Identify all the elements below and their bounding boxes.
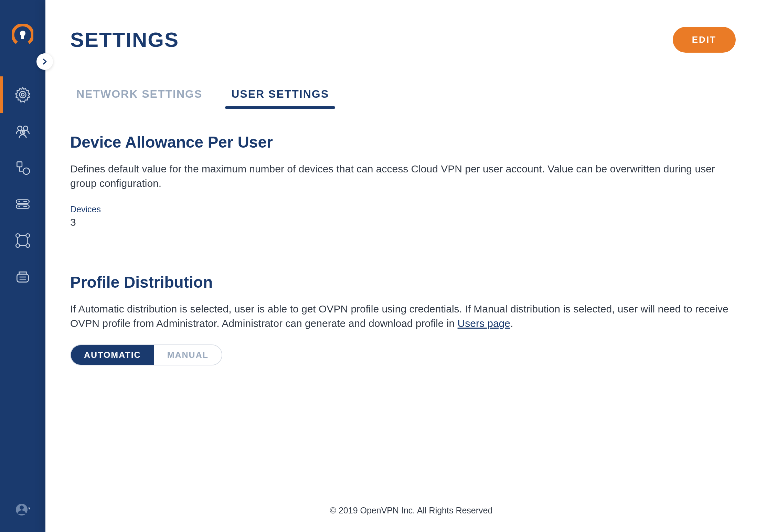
svg-rect-2 bbox=[21, 34, 24, 39]
section-profile-distribution: Profile Distribution If Automatic distri… bbox=[70, 273, 736, 365]
sidebar-item-topology[interactable] bbox=[0, 222, 45, 259]
sidebar-item-hosts[interactable] bbox=[0, 186, 45, 222]
edit-button[interactable]: EDIT bbox=[673, 27, 736, 53]
sidebar bbox=[0, 0, 45, 532]
tab-network-settings[interactable]: NETWORK SETTINGS bbox=[70, 84, 209, 109]
profile-distribution-desc-tail: . bbox=[510, 318, 513, 329]
section-device-allowance: Device Allowance Per User Defines defaul… bbox=[70, 133, 736, 228]
footer-copyright: © 2019 OpenVPN Inc. All Rights Reserved bbox=[45, 496, 777, 532]
app-logo bbox=[12, 24, 33, 45]
sidebar-item-networks[interactable] bbox=[0, 149, 45, 186]
devices-field-label: Devices bbox=[70, 204, 736, 214]
svg-point-16 bbox=[16, 244, 19, 247]
svg-point-7 bbox=[23, 168, 30, 174]
svg-rect-18 bbox=[17, 274, 28, 282]
svg-point-17 bbox=[26, 244, 29, 247]
users-page-link[interactable]: Users page bbox=[458, 318, 510, 329]
svg-point-14 bbox=[16, 234, 19, 237]
sidebar-item-logs[interactable] bbox=[0, 259, 45, 295]
tab-user-settings[interactable]: USER SETTINGS bbox=[225, 84, 335, 109]
user-avatar-icon bbox=[15, 502, 30, 517]
distribution-automatic-option[interactable]: AUTOMATIC bbox=[71, 345, 154, 365]
svg-rect-8 bbox=[16, 200, 29, 203]
distribution-manual-option[interactable]: MANUAL bbox=[154, 345, 222, 365]
svg-rect-6 bbox=[17, 162, 22, 167]
svg-point-22 bbox=[20, 506, 24, 510]
svg-rect-9 bbox=[16, 205, 29, 208]
devices-field-value: 3 bbox=[70, 216, 736, 228]
profile-distribution-description: If Automatic distribution is selected, u… bbox=[70, 302, 731, 331]
logs-icon bbox=[14, 268, 31, 286]
svg-point-10 bbox=[19, 201, 20, 202]
page-title: SETTINGS bbox=[70, 28, 179, 52]
profile-distribution-title: Profile Distribution bbox=[70, 273, 736, 291]
sidebar-nav bbox=[0, 76, 45, 295]
network-icon bbox=[14, 159, 31, 176]
users-icon bbox=[14, 123, 31, 140]
svg-point-15 bbox=[26, 234, 29, 237]
svg-point-3 bbox=[18, 126, 22, 130]
hosts-icon bbox=[14, 195, 31, 213]
distribution-mode-toggle: AUTOMATIC MANUAL bbox=[70, 344, 222, 365]
gear-icon bbox=[14, 86, 31, 103]
device-allowance-description: Defines default value for the maximum nu… bbox=[70, 162, 731, 191]
sidebar-expand-toggle[interactable] bbox=[36, 53, 53, 70]
tabs: NETWORK SETTINGS USER SETTINGS bbox=[70, 84, 736, 109]
profile-distribution-desc-text: If Automatic distribution is selected, u… bbox=[70, 303, 728, 329]
svg-point-11 bbox=[19, 206, 20, 207]
topology-icon bbox=[14, 232, 31, 249]
main-content: SETTINGS EDIT NETWORK SETTINGS USER SETT… bbox=[45, 0, 777, 532]
svg-point-4 bbox=[23, 126, 28, 130]
sidebar-user-menu[interactable] bbox=[0, 487, 45, 532]
sidebar-item-users[interactable] bbox=[0, 113, 45, 149]
device-allowance-title: Device Allowance Per User bbox=[70, 133, 736, 151]
sidebar-item-settings[interactable] bbox=[0, 76, 45, 113]
chevron-right-icon bbox=[41, 58, 48, 65]
